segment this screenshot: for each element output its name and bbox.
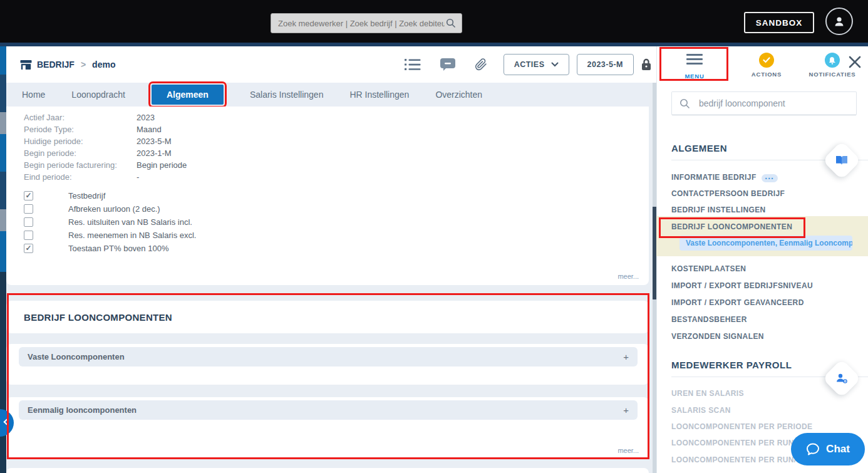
comments-icon[interactable]: [440, 58, 456, 71]
list-view-icon[interactable]: [405, 58, 421, 71]
checkbox-afbreken-uurloon[interactable]: [24, 204, 33, 214]
field-label: Begin periode:: [24, 148, 137, 158]
period-button[interactable]: 2023-5-M: [577, 54, 634, 75]
accordion-vaste-looncomponenten[interactable]: Vaste Looncomponenten +: [19, 347, 638, 366]
vaste-looncomponenten-card: Vaste Looncomponenten +: [6, 344, 649, 385]
field-row: Periode Type:Maand: [24, 123, 639, 135]
more-link-components[interactable]: meer...: [617, 447, 639, 454]
accordion-label: Vaste Looncomponenten: [28, 352, 125, 361]
actions-check-icon: [759, 53, 774, 68]
field-label: Begin periode facturering:: [24, 160, 137, 170]
sidebar-item-bestandsbeheer[interactable]: BESTANDSBEHEER: [671, 315, 747, 324]
expand-plus-icon[interactable]: +: [623, 351, 629, 362]
tab-home[interactable]: Home: [22, 90, 45, 100]
panel-tab-label: NOTIFICATIES: [804, 71, 860, 78]
checkbox-row: ✓Testbedrijf: [24, 189, 639, 202]
checkbox-res-uitsluiten[interactable]: [24, 217, 33, 227]
chat-button[interactable]: Chat: [791, 433, 865, 465]
company-header: BEDRIJF > demo: [6, 46, 656, 83]
lock-icon[interactable]: [641, 58, 651, 71]
field-value: 2023-1-M: [137, 148, 172, 158]
field-row: Actief Jaar:2023: [24, 112, 639, 123]
company-info-card: Actief Jaar:2023 Periode Type:Maand Huid…: [6, 107, 649, 285]
checkbox-toestaan-pt[interactable]: ✓: [24, 244, 33, 253]
field-row: Eind periode:-: [24, 171, 639, 183]
company-tabbar: Home Loonopdracht Algemeen Salaris Inste…: [6, 83, 649, 107]
chat-bubble-icon: [806, 443, 820, 455]
sidebar-item-uren-en-salaris[interactable]: UREN EN SALARIS: [671, 389, 744, 398]
sandbox-button[interactable]: SANDBOX: [744, 12, 814, 33]
close-icon[interactable]: [848, 55, 862, 69]
company-icon: [20, 60, 32, 70]
sidebar-item-import-export-bedrijfsniveau[interactable]: IMPORT / EXPORT BEDRIJFSNIVEAU: [671, 281, 813, 290]
menu-search[interactable]: [671, 91, 857, 115]
sidebar-item-looncomponenten-per-periode[interactable]: LOONCOMPONENTEN PER PERIODE: [671, 422, 813, 431]
sidebar-item-looncomponenten-per-run[interactable]: LOONCOMPONENTEN PER RUN: [671, 439, 794, 447]
menu-section-title-medewerker-payroll: MEDEWERKER PAYROLL: [671, 360, 792, 370]
panel-tab-label: MENU: [669, 73, 720, 80]
topbar: SANDBOX: [0, 0, 868, 43]
sidebar-item-salaris-scan[interactable]: SALARIS SCAN: [671, 406, 731, 415]
checkbox-row: Afbreken uurloon (2 dec.): [24, 202, 639, 216]
tab-algemeen[interactable]: Algemeen: [152, 85, 224, 105]
chat-label: Chat: [826, 443, 850, 455]
eenmalig-looncomponenten-card: Eenmalig looncomponenten + meer...: [6, 397, 649, 459]
breadcrumb-current[interactable]: demo: [92, 60, 115, 70]
global-search-input[interactable]: [277, 18, 446, 29]
breadcrumb-section[interactable]: BEDRIJF: [37, 60, 75, 70]
checkbox-row: Res. uitsluiten van NB Salaris incl.: [24, 216, 639, 229]
field-label: Periode Type:: [24, 125, 137, 134]
more-dots-badge[interactable]: ...: [762, 174, 778, 182]
panel-tab-actions[interactable]: ACTIONS: [741, 51, 792, 78]
more-link-info[interactable]: meer...: [617, 273, 639, 280]
sidebar-item-label: INFORMATIE BEDRIJF: [671, 173, 757, 182]
sidebar-item-import-export-geavanceerd[interactable]: IMPORT / EXPORT GEAVANCEERD: [671, 298, 804, 307]
tab-loonopdracht[interactable]: Loonopdracht: [71, 90, 125, 100]
sidebar-item-bedrijf-instellingen[interactable]: BEDRIJF INSTELLINGEN: [671, 205, 766, 214]
attachment-icon[interactable]: [475, 57, 487, 72]
acties-label: ACTIES: [514, 60, 545, 69]
breadcrumb: BEDRIJF > demo: [20, 60, 115, 70]
field-label: Actief Jaar:: [24, 113, 137, 122]
panel-tab-menu[interactable]: MENU: [669, 51, 720, 80]
app-screen: SANDBOX BEDRIJF > demo: [0, 0, 868, 473]
checkbox-row: ✓Toestaan PT% boven 100%: [24, 242, 639, 255]
person-gear-icon: [835, 373, 848, 384]
search-icon: [679, 98, 690, 109]
accordion-eenmalig-looncomponenten[interactable]: Eenmalig looncomponenten +: [19, 400, 638, 420]
sidebar-item-looncomponenten-per-run-pe[interactable]: LOONCOMPONENTEN PER RUN/PE: [671, 455, 807, 464]
tab-salaris-instellingen[interactable]: Salaris Instellingen: [250, 90, 324, 100]
tab-overzichten[interactable]: Overzichten: [435, 90, 482, 100]
checkbox-res-meenemen[interactable]: [24, 231, 33, 240]
acties-dropdown-button[interactable]: ACTIES: [504, 54, 569, 75]
period-label: 2023-5-M: [587, 60, 624, 69]
checkbox-label: Afbreken uurloon (2 dec.): [68, 204, 160, 214]
sidebar-item-verzonden-signalen[interactable]: VERZONDEN SIGNALEN: [671, 332, 764, 341]
field-value: 2023: [137, 113, 155, 122]
field-value: 2023-5-M: [137, 137, 172, 146]
sidebar-item-kostenplaatsen[interactable]: KOSTENPLAATSEN: [671, 264, 746, 273]
global-search[interactable]: [271, 13, 462, 33]
tab-hr-instellingen[interactable]: HR Instellingen: [349, 90, 409, 100]
field-value: -: [137, 172, 139, 182]
checkbox-label: Toestaan PT% boven 100%: [68, 244, 168, 253]
checkbox-label: Res. uitsluiten van NB Salaris incl.: [68, 217, 192, 227]
sidebar-subitem-looncomponenten[interactable]: Vaste Looncomponenten, Eenmalig Looncomp…: [679, 236, 852, 251]
checkbox-group: ✓Testbedrijf Afbreken uurloon (2 dec.) R…: [24, 189, 639, 255]
menu-search-input[interactable]: [698, 98, 849, 109]
menu-section-title-algemeen: ALGEMEEN: [671, 143, 727, 153]
user-avatar-button[interactable]: [825, 8, 853, 35]
sidebar-item-contactpersoon-bedrijf[interactable]: CONTACTPERSOON BEDRIJF: [671, 189, 785, 198]
header-icon-group: [405, 57, 487, 72]
section-title: BEDRIJF LOONCOMPONENTEN: [24, 312, 172, 323]
field-value: Begin periode: [137, 160, 187, 170]
expand-plus-icon[interactable]: +: [623, 405, 629, 415]
person-icon: [832, 14, 846, 28]
sidebar-item-informatie-bedrijf[interactable]: INFORMATIE BEDRIJF...: [671, 173, 778, 182]
sidebar-item-bedrijf-looncomponenten[interactable]: BEDRIJF LOONCOMPONENTEN: [671, 222, 792, 231]
checkbox-label: Testbedrijf: [68, 191, 105, 200]
employee-settings-button[interactable]: [822, 359, 861, 398]
manual-book-button[interactable]: [822, 141, 861, 180]
checkbox-testbedrijf[interactable]: ✓: [24, 191, 33, 200]
field-value: Maand: [137, 125, 162, 134]
